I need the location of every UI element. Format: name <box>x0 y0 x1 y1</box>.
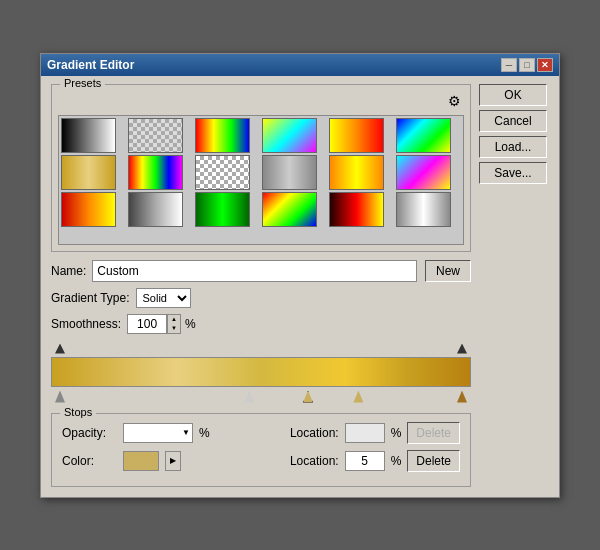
preset-swatch-6[interactable] <box>396 118 451 153</box>
preset-swatch-4[interactable] <box>262 118 317 153</box>
spinner-up-icon[interactable]: ▲ <box>168 315 180 324</box>
spinner-down-icon[interactable]: ▼ <box>168 324 180 333</box>
preset-swatch-1[interactable] <box>61 118 116 153</box>
preset-swatch-15[interactable] <box>195 192 250 227</box>
preset-swatch-17[interactable] <box>329 192 384 227</box>
color-stop-1[interactable] <box>55 391 65 403</box>
gradient-type-label: Gradient Type: <box>51 291 130 305</box>
opacity-stop-right[interactable] <box>457 344 467 354</box>
gradient-bar[interactable] <box>51 357 471 387</box>
gear-button[interactable]: ⚙ <box>444 91 464 111</box>
smoothness-unit: % <box>185 317 196 331</box>
color-stop-4[interactable] <box>457 391 467 403</box>
stops-label: Stops <box>60 406 96 418</box>
preset-swatch-12[interactable] <box>396 155 451 190</box>
opacity-stop-row: Opacity: ▼ % Location: % Delete <box>62 422 460 444</box>
preset-swatch-8[interactable] <box>128 155 183 190</box>
color-stop-3[interactable] <box>353 391 363 403</box>
opacity-location-label: Location: <box>290 426 339 440</box>
stops-group: Stops Opacity: ▼ % Location: % Delete <box>51 413 471 487</box>
preset-swatch-18[interactable] <box>396 192 451 227</box>
preset-swatch-2[interactable] <box>128 118 183 153</box>
smoothness-spinner[interactable]: ▲ ▼ <box>167 314 181 334</box>
presets-grid <box>59 116 463 229</box>
opacity-dropdown[interactable]: ▼ <box>123 423 193 443</box>
smoothness-row: Smoothness: ▲ ▼ % <box>51 314 471 334</box>
minimize-button[interactable]: ─ <box>501 58 517 72</box>
opacity-pct-label: % <box>199 426 210 440</box>
gradient-area <box>51 342 471 405</box>
gradient-type-row: Gradient Type: Solid Noise <box>51 288 471 308</box>
presets-container[interactable] <box>58 115 464 245</box>
preset-swatch-10[interactable] <box>262 155 317 190</box>
color-location-pct: % <box>391 454 402 468</box>
presets-group: Presets ⚙ <box>51 84 471 252</box>
name-input[interactable] <box>92 260 417 282</box>
preset-swatch-9[interactable] <box>195 155 250 190</box>
color-stop-2[interactable] <box>303 391 313 403</box>
opacity-stop-left[interactable] <box>55 344 65 354</box>
presets-header: ⚙ <box>58 91 464 111</box>
opacity-location-input[interactable] <box>345 423 385 443</box>
color-preview-swatch[interactable] <box>123 451 159 471</box>
preset-swatch-14[interactable] <box>128 192 183 227</box>
smoothness-input[interactable] <box>127 314 167 334</box>
maximize-button[interactable]: □ <box>519 58 535 72</box>
color-arrow-button[interactable]: ▶ <box>165 451 181 471</box>
save-button[interactable]: Save... <box>479 162 547 184</box>
ok-button[interactable]: OK <box>479 84 547 106</box>
left-panel: Presets ⚙ <box>51 84 471 487</box>
load-button[interactable]: Load... <box>479 136 547 158</box>
window-body: Presets ⚙ <box>41 76 559 497</box>
delete-opacity-button[interactable]: Delete <box>407 422 460 444</box>
preset-swatch-5[interactable] <box>329 118 384 153</box>
color-location-input[interactable] <box>345 451 385 471</box>
opacity-label: Opacity: <box>62 426 117 440</box>
dropdown-arrow-icon: ▼ <box>182 428 190 437</box>
name-row: Name: New <box>51 260 471 282</box>
gradient-type-select[interactable]: Solid Noise <box>136 288 191 308</box>
title-bar-buttons: ─ □ ✕ <box>501 58 553 72</box>
gradient-editor-window: Gradient Editor ─ □ ✕ Presets ⚙ <box>40 53 560 498</box>
delete-color-button[interactable]: Delete <box>407 450 460 472</box>
window-title: Gradient Editor <box>47 58 134 72</box>
preset-swatch-3[interactable] <box>195 118 250 153</box>
presets-label: Presets <box>60 77 105 89</box>
color-location-label: Location: <box>290 454 339 468</box>
preset-swatch-7[interactable] <box>61 155 116 190</box>
cancel-button[interactable]: Cancel <box>479 110 547 132</box>
smoothness-label: Smoothness: <box>51 317 121 331</box>
preset-swatch-13[interactable] <box>61 192 116 227</box>
color-stop-midpoint[interactable] <box>244 391 254 403</box>
name-label: Name: <box>51 264 86 278</box>
preset-swatch-11[interactable] <box>329 155 384 190</box>
new-button[interactable]: New <box>425 260 471 282</box>
color-stop-label: Color: <box>62 454 117 468</box>
color-stop-row: Color: ▶ Location: % Delete <box>62 450 460 472</box>
right-panel: OK Cancel Load... Save... <box>479 84 549 487</box>
title-bar: Gradient Editor ─ □ ✕ <box>41 54 559 76</box>
preset-swatch-16[interactable] <box>262 192 317 227</box>
opacity-location-pct: % <box>391 426 402 440</box>
close-button[interactable]: ✕ <box>537 58 553 72</box>
